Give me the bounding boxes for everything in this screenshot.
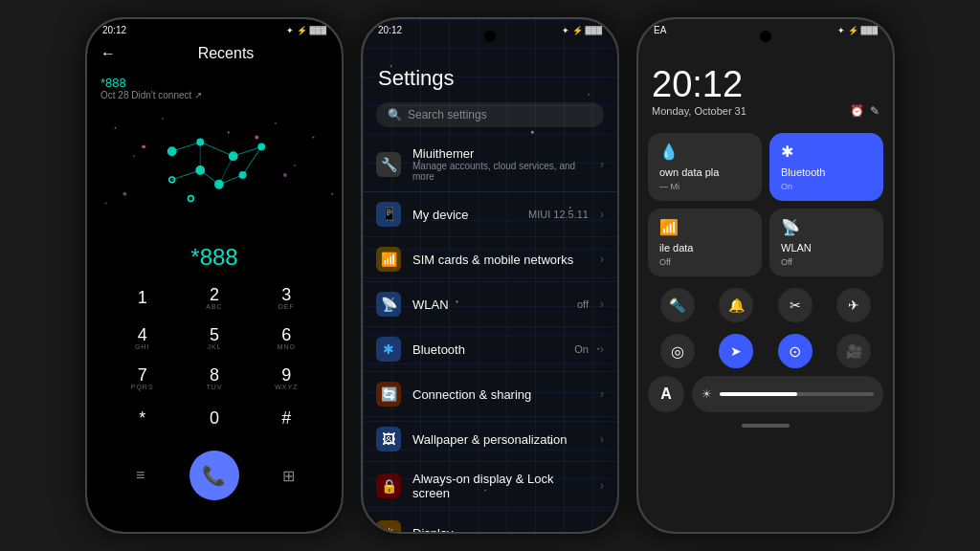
svg-point-23: [196, 139, 204, 146]
a-button[interactable]: A: [648, 376, 684, 412]
dial-number: *888: [190, 244, 237, 271]
wlan-label: WLAN: [412, 298, 566, 312]
svg-point-8: [105, 202, 107, 204]
menu-button[interactable]: ≡: [122, 456, 160, 495]
svg-point-30: [188, 196, 193, 202]
key-3[interactable]: 3 DEF: [257, 280, 315, 315]
cc-tile-wlan[interactable]: 📡 WLAN Off: [769, 209, 883, 276]
settings-item-display[interactable]: ☀ Display ›: [363, 511, 617, 532]
settings-item-aod[interactable]: 🔒 Always-on display & Lock screen ›: [363, 462, 617, 511]
wallpaper-text: Wallpaper & personalization: [412, 432, 589, 447]
svg-point-6: [294, 165, 296, 166]
settings-search[interactable]: 🔍 Search settings: [376, 102, 604, 127]
settings-title: Settings: [363, 37, 617, 99]
wlan-tile-label: WLAN: [781, 242, 872, 253]
chevron-icon-5: ›: [600, 342, 604, 356]
punch-hole: [209, 31, 220, 42]
key-4[interactable]: 4 GHI: [114, 320, 171, 355]
brightness-fill: [720, 392, 797, 396]
search-placeholder: Search settings: [408, 108, 487, 121]
bell-button[interactable]: 🔔: [719, 288, 753, 322]
punch-hole-3: [760, 31, 771, 42]
key-hash[interactable]: #: [257, 401, 315, 435]
search-icon: 🔍: [388, 108, 402, 121]
keypad-row-4: * 0 #: [106, 401, 323, 435]
cc-tile-mobile[interactable]: 📶 ile data Off: [648, 209, 762, 276]
phone-settings: 20:12 ✦⚡▓▓▓ Settings 🔍 Search settings 🔧…: [361, 17, 619, 534]
key-5[interactable]: 5 JKL: [186, 320, 243, 355]
keypad-row-2: 4 GHI 5 JKL 6 MNO: [106, 320, 323, 355]
dialer-header: ← Recents: [87, 37, 342, 70]
key-1[interactable]: 1: [114, 280, 171, 315]
svg-point-29: [169, 177, 175, 183]
bluetooth-text: Bluetooth: [412, 342, 563, 357]
aod-icon: 🔒: [376, 474, 401, 498]
bluetooth-tile-sub: On: [781, 182, 872, 191]
settings-item-wlan[interactable]: 📡 WLAN off ›: [363, 282, 617, 327]
mydevice-value: MIUI 12.5.11: [528, 209, 589, 220]
svg-line-21: [219, 156, 234, 185]
settings-item-bluetooth[interactable]: ✱ Bluetooth On ›: [363, 327, 617, 372]
svg-line-16: [243, 146, 262, 175]
settings-item-miuithemer[interactable]: 🔧 Miuithemer Manage accounts, cloud serv…: [363, 137, 617, 192]
keypad-row-3: 7 PQRS 8 TUV 9 WXYZ: [106, 361, 323, 395]
key-6[interactable]: 6 MNO: [257, 320, 315, 355]
call-button[interactable]: 📞: [189, 451, 239, 500]
eye-button[interactable]: ◎: [660, 334, 695, 368]
data-tile-sub: — Mi: [659, 182, 750, 191]
cc-bottom: A ☀: [638, 372, 893, 416]
dialpad-button[interactable]: ⊞: [269, 456, 307, 495]
chevron-icon-8: ›: [600, 479, 604, 493]
chevron-icon-3: ›: [600, 253, 604, 266]
settings-item-wallpaper[interactable]: 🖼 Wallpaper & personalization ›: [363, 417, 617, 462]
chevron-icon-2: ›: [600, 208, 604, 221]
cc-tile-data[interactable]: 💧 own data pla — Mi: [648, 133, 762, 201]
dialer-screen: 20:12 ✦⚡▓▓▓ ← Recents *888 Oct 28 Didn't…: [87, 19, 342, 532]
settings-screen: 20:12 ✦⚡▓▓▓ Settings 🔍 Search settings 🔧…: [363, 19, 617, 532]
wlan-tile-sub: Off: [781, 257, 872, 267]
key-9[interactable]: 9 WXYZ: [257, 361, 315, 395]
back-arrow[interactable]: ←: [100, 45, 116, 62]
sim-icon: 📶: [376, 247, 401, 272]
connection-label: Connection & sharing: [412, 387, 589, 402]
punch-hole-2: [484, 31, 496, 42]
cc-date: Monday, October 31 ⏰ ✎: [638, 104, 893, 129]
recent-number: *888: [100, 76, 328, 90]
bluetooth-icon: ✱: [376, 337, 401, 362]
key-7[interactable]: 7 PQRS: [114, 361, 171, 395]
airplane-button[interactable]: ✈: [836, 288, 871, 322]
location-button[interactable]: ➤: [719, 334, 753, 368]
key-star[interactable]: *: [114, 401, 171, 435]
svg-point-27: [214, 180, 224, 189]
settings-content: 20:12 ✦⚡▓▓▓ Settings 🔍 Search settings 🔧…: [363, 19, 617, 532]
flashlight-button[interactable]: 🔦: [660, 288, 695, 322]
settings-item-connection[interactable]: 🔄 Connection & sharing ›: [363, 372, 617, 417]
svg-point-22: [167, 146, 177, 156]
bluetooth-tile-icon: ✱: [781, 143, 872, 161]
svg-point-11: [283, 173, 287, 177]
display-text: Display: [412, 526, 589, 533]
cc-tile-bluetooth[interactable]: ✱ Bluetooth On: [769, 133, 883, 201]
key-8[interactable]: 8 TUV: [186, 361, 243, 395]
settings-item-sim[interactable]: 📶 SIM cards & mobile networks ›: [363, 237, 617, 282]
bluetooth-label: Bluetooth: [412, 342, 563, 357]
screenshot-button[interactable]: ✂: [778, 288, 813, 322]
svg-point-4: [312, 137, 314, 139]
wlan-tile-icon: 📡: [781, 218, 872, 236]
wlan-text: WLAN: [412, 298, 566, 312]
wlan-icon: 📡: [376, 292, 401, 317]
mydevice-icon: 📱: [376, 202, 401, 227]
phone-control-center: EA ✦⚡▓▓▓ 20:12 Monday, October 31 ⏰ ✎ 💧 …: [636, 17, 895, 534]
key-0[interactable]: 0: [186, 401, 243, 435]
brightness-control[interactable]: ☀: [692, 376, 883, 412]
svg-point-10: [255, 136, 258, 140]
cc-date-icons: ⏰ ✎: [850, 104, 880, 118]
camera-button[interactable]: 🎥: [836, 334, 871, 368]
display-label: Display: [412, 526, 589, 533]
svg-point-28: [195, 165, 205, 175]
alarm-icon: ⏰: [850, 104, 864, 118]
settings-item-mydevice[interactable]: 📱 My device MIUI 12.5.11 ›: [363, 192, 617, 237]
miuithemer-text: Miuithemer Manage accounts, cloud servic…: [412, 146, 589, 182]
cast-button[interactable]: ⊙: [778, 334, 813, 368]
key-2[interactable]: 2 ABC: [186, 280, 243, 315]
